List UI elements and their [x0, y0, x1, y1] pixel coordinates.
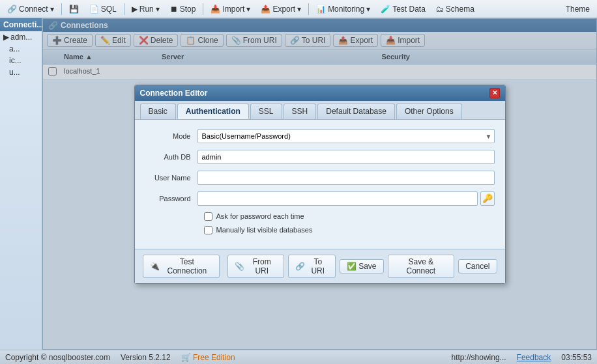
- save-button[interactable]: 💾: [65, 3, 83, 16]
- monitoring-button[interactable]: 📊 Monitoring ▾: [312, 3, 375, 16]
- sidebar-item-2[interactable]: a...: [0, 43, 42, 55]
- dialog-titlebar: Connection Editor ✕: [135, 85, 505, 101]
- top-toolbar: 🔗 Connect ▾ 💾 📄 SQL ▶ Run ▾ ⏹ Stop 📥 Imp…: [0, 0, 597, 18]
- tab-default-database[interactable]: Default Database: [317, 104, 395, 119]
- tab-other-options[interactable]: Other Options: [396, 104, 462, 119]
- mode-select-wrapper: Basic(Username/Password) ▼: [197, 129, 495, 143]
- footer-from-uri-button[interactable]: 📎 From URI: [227, 255, 284, 278]
- left-panel: Connecti... ▶ adm... a... ic... u...: [0, 18, 42, 350]
- export-button[interactable]: 📤 Export ▾: [256, 3, 306, 16]
- tab-authentication[interactable]: Authentication: [177, 104, 249, 119]
- dialog-close-button[interactable]: ✕: [489, 88, 500, 98]
- manually-list-label: Manually list visible databases: [216, 226, 313, 234]
- status-feedback[interactable]: Feedback: [517, 353, 551, 362]
- sep-2: [124, 3, 124, 15]
- test-conn-icon: 🔌: [150, 262, 160, 271]
- run-icon: ▶: [132, 5, 138, 14]
- import-button[interactable]: 📥 Import ▾: [206, 3, 255, 16]
- monitoring-dropdown-icon: ▾: [366, 5, 370, 14]
- run-button[interactable]: ▶ Run ▾: [127, 3, 164, 16]
- test-connection-button[interactable]: 🔌 Test Connection: [143, 255, 220, 278]
- tab-basic[interactable]: Basic: [140, 104, 176, 119]
- mode-select[interactable]: Basic(Username/Password): [197, 129, 495, 143]
- footer-to-uri-button[interactable]: 🔗 To URI: [288, 255, 336, 278]
- ask-password-row: Ask for password each time: [204, 212, 495, 221]
- status-bar: Copyright © nosqlbooster.com Version 5.2…: [0, 350, 597, 364]
- stop-button[interactable]: ⏹ Stop: [166, 3, 201, 16]
- import-icon: 📥: [211, 5, 220, 14]
- monitoring-icon: 📊: [316, 5, 326, 14]
- sep-3: [203, 3, 203, 15]
- ask-password-label: Ask for password each time: [216, 212, 304, 220]
- tab-ssh[interactable]: SSH: [284, 104, 317, 119]
- save-icon: 💾: [69, 5, 79, 14]
- save-button[interactable]: ✅ Save: [340, 259, 383, 273]
- export-icon: 📤: [261, 5, 270, 14]
- save-dialog-icon: ✅: [347, 262, 357, 271]
- connection-editor-dialog: Connection Editor ✕ Basic Authentication…: [134, 85, 506, 284]
- copyright: Copyright © nosqlbooster.com: [5, 353, 110, 362]
- password-field-group: 🔑: [197, 191, 495, 206]
- status-time: 03:55:53: [561, 353, 592, 362]
- save-connect-button[interactable]: Save & Connect: [388, 255, 455, 278]
- ask-password-checkbox[interactable]: [204, 212, 212, 221]
- username-row: User Name: [145, 171, 495, 185]
- schema-button[interactable]: 🗂 Schema: [431, 3, 479, 16]
- password-input[interactable]: [197, 191, 478, 206]
- expand-icon: ▶: [3, 33, 9, 42]
- manually-list-row: Manually list visible databases: [204, 226, 495, 234]
- sidebar-item-4[interactable]: u...: [0, 66, 42, 78]
- theme-button[interactable]: Theme: [561, 3, 594, 16]
- footer-to-uri-icon: 🔗: [295, 262, 305, 271]
- dialog-tabs: Basic Authentication SSL SSH Default Dat…: [135, 101, 505, 120]
- sep-4: [308, 3, 309, 15]
- left-panel-header: Connecti...: [0, 18, 42, 31]
- password-row: Password 🔑: [145, 191, 495, 206]
- password-label: Password: [145, 195, 197, 203]
- connect-button[interactable]: 🔗 Connect ▾: [3, 3, 59, 16]
- test-data-icon: 🧪: [381, 5, 390, 14]
- stop-icon: ⏹: [170, 5, 178, 14]
- mode-row: Mode Basic(Username/Password) ▼: [145, 129, 495, 143]
- export-dropdown-icon: ▾: [297, 5, 301, 14]
- connect-dropdown-icon: ▾: [50, 5, 54, 14]
- dialog-body: Mode Basic(Username/Password) ▼ Auth DB: [135, 120, 505, 249]
- schema-icon: 🗂: [436, 5, 444, 14]
- status-url: http://showing...: [452, 353, 506, 362]
- connect-icon: 🔗: [7, 5, 17, 14]
- modal-overlay: Connection Editor ✕ Basic Authentication…: [42, 18, 597, 350]
- authdb-row: Auth DB: [145, 150, 495, 164]
- tab-ssl[interactable]: SSL: [250, 104, 282, 119]
- footer-from-uri-icon: 📎: [235, 262, 244, 271]
- sidebar-item-1[interactable]: ▶ adm...: [0, 31, 42, 43]
- import-dropdown-icon: ▾: [246, 5, 250, 14]
- sql-icon: 📄: [89, 5, 99, 14]
- authdb-label: Auth DB: [145, 153, 197, 161]
- test-data-button[interactable]: 🧪 Test Data: [376, 3, 430, 16]
- main-area: Connecti... ▶ adm... a... ic... u... 🔗 C…: [0, 18, 597, 350]
- manually-list-checkbox[interactable]: [204, 226, 212, 234]
- edition: 🛒 Free Edition: [181, 353, 235, 362]
- mode-label: Mode: [145, 132, 197, 140]
- version: Version 5.2.12: [121, 353, 171, 362]
- content-panel: 🔗 Connections ➕ Create ✏️ Edit ❌ Delete …: [42, 18, 597, 350]
- dialog-footer: 🔌 Test Connection 📎 From URI 🔗 To URI ✅: [135, 249, 505, 283]
- run-dropdown-icon: ▾: [156, 5, 160, 14]
- sql-button[interactable]: 📄 SQL: [85, 3, 121, 16]
- username-input[interactable]: [197, 171, 495, 185]
- sep-1: [61, 3, 62, 15]
- authdb-input[interactable]: [197, 150, 495, 164]
- username-label: User Name: [145, 174, 197, 182]
- password-show-button[interactable]: 🔑: [480, 191, 495, 206]
- dialog-title: Connection Editor: [140, 89, 208, 98]
- sidebar-item-3[interactable]: ic...: [0, 55, 42, 66]
- cancel-dialog-button[interactable]: Cancel: [458, 259, 497, 273]
